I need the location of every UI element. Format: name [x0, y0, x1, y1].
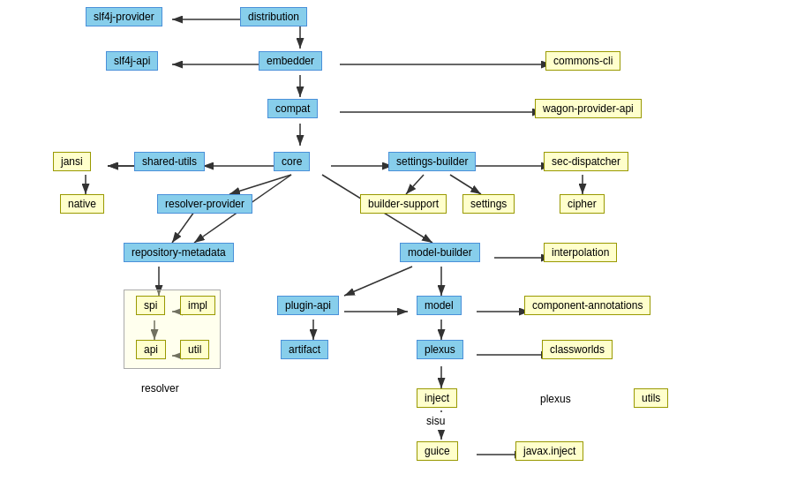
node-resolver-text: resolver — [134, 380, 186, 397]
node-inject: inject — [417, 388, 457, 408]
node-commons-cli: commons-cli — [545, 51, 620, 71]
svg-line-16 — [406, 175, 424, 194]
node-plexus-label: plexus — [533, 390, 578, 408]
node-plugin-api: plugin-api — [277, 296, 339, 315]
node-builder-support: builder-support — [360, 194, 447, 214]
node-guice: guice — [417, 441, 458, 461]
node-classworlds: classworlds — [542, 340, 613, 359]
svg-line-17 — [450, 175, 481, 194]
node-interpolation: interpolation — [544, 243, 617, 262]
node-settings: settings — [462, 194, 515, 214]
node-utils: utils — [634, 388, 668, 408]
node-distribution: distribution — [240, 7, 307, 26]
node-jansi: jansi — [53, 152, 91, 171]
node-core: core — [274, 152, 310, 171]
node-resolver-provider: resolver-provider — [157, 194, 252, 214]
node-wagon-provider-api: wagon-provider-api — [535, 99, 642, 118]
node-shared-utils: shared-utils — [134, 152, 205, 171]
node-util: util — [180, 340, 209, 359]
node-slf4j-provider: slf4j-provider — [86, 7, 162, 26]
node-settings-builder: settings-builder — [388, 152, 476, 171]
svg-line-33 — [172, 212, 194, 243]
node-sec-dispatcher: sec-dispatcher — [544, 152, 628, 171]
node-model: model — [417, 296, 462, 315]
node-javax-inject: javax.inject — [515, 441, 583, 461]
svg-line-18 — [229, 175, 291, 194]
node-repository-metadata: repository-metadata — [124, 243, 234, 262]
node-model-builder: model-builder — [400, 243, 480, 262]
node-embedder: embedder — [259, 51, 322, 71]
node-slf4j-api: slf4j-api — [106, 51, 158, 71]
diagram-container: distribution slf4j-provider embedder slf… — [0, 0, 812, 504]
node-api: api — [136, 340, 166, 359]
node-component-annotations: component-annotations — [524, 296, 650, 315]
svg-line-23 — [344, 267, 412, 296]
node-spi: spi — [136, 296, 165, 315]
node-plexus: plexus — [417, 340, 463, 359]
node-cipher: cipher — [560, 194, 605, 214]
node-compat: compat — [267, 99, 318, 118]
node-impl: impl — [180, 296, 215, 315]
node-artifact: artifact — [281, 340, 328, 359]
node-native: native — [60, 194, 104, 214]
node-sisu-text: sisu — [419, 412, 452, 430]
